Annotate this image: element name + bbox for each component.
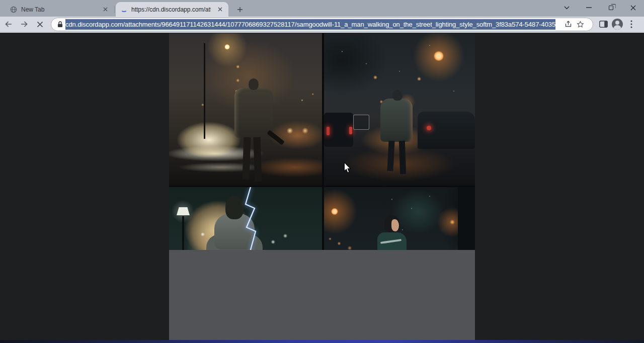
figure-face: [391, 219, 399, 231]
minimize-icon: [586, 7, 592, 8]
attachment-image-grid: [169, 33, 475, 340]
chevron-down-icon: [564, 6, 570, 10]
share-icon: [565, 21, 572, 28]
bookmark-star-button[interactable]: [574, 18, 586, 30]
figure-head: [249, 78, 259, 90]
restore-icon: [609, 6, 613, 10]
lamp-head: [177, 207, 190, 215]
tab-close-button[interactable]: [101, 6, 109, 14]
figure-torso: [380, 99, 413, 142]
arrow-left-icon: [5, 21, 13, 28]
close-icon: [218, 7, 222, 12]
cart-silhouette: [353, 115, 369, 130]
loading-arc-favicon-icon: [121, 7, 127, 12]
lightning-bolt: [238, 187, 267, 253]
avatar-icon: [612, 19, 623, 30]
browser-window: New Tab https://cdn.discordapp.com/atta: [0, 0, 644, 343]
share-button[interactable]: [562, 18, 574, 30]
telephone-pole: [204, 43, 205, 139]
page-content: [0, 33, 644, 340]
padlock-icon[interactable]: [57, 21, 63, 28]
close-icon: [103, 7, 108, 12]
toolbar-right-tools: [596, 17, 638, 31]
mouse-cursor: [344, 162, 352, 174]
parked-car-right: [418, 112, 475, 149]
figure-head: [392, 90, 403, 101]
minimize-button[interactable]: [578, 0, 600, 15]
close-window-button[interactable]: [622, 0, 644, 15]
arrow-right-icon: [20, 21, 28, 28]
tab-strip: New Tab https://cdn.discordapp.com/atta: [0, 0, 644, 17]
figure-leg: [399, 141, 406, 174]
kebab-icon: [630, 20, 632, 28]
tail-light: [427, 126, 431, 130]
star-icon: [577, 21, 584, 28]
figure-torso: [234, 88, 273, 138]
figure-leg: [253, 137, 262, 182]
tab-discord-cdn[interactable]: https://cdn.discordapp.com/atta: [116, 2, 228, 17]
url-text-container: cdn.discordapp.com/attachments/966491171…: [65, 19, 562, 30]
figure-leg: [387, 141, 394, 172]
grid-image-top-left: [169, 33, 322, 186]
tail-light: [349, 127, 352, 134]
close-icon: [630, 5, 636, 11]
side-panel-icon: [599, 21, 608, 28]
tab-divider: [114, 6, 115, 13]
menu-button[interactable]: [624, 17, 638, 31]
side-panel-button[interactable]: [596, 17, 610, 31]
restore-button[interactable]: [600, 0, 622, 15]
forward-button[interactable]: [17, 17, 31, 31]
tab-title: New Tab: [21, 6, 97, 13]
x-stop-icon: [37, 21, 43, 28]
tab-title: https://cdn.discordapp.com/atta: [131, 6, 211, 13]
new-tab-button[interactable]: [234, 4, 246, 15]
tail-light: [327, 127, 330, 135]
url-selected-text: cdn.discordapp.com/attachments/966491171…: [65, 19, 555, 30]
taskbar-edge-strip: [0, 340, 644, 343]
globe-icon: [10, 6, 17, 13]
window-controls: [555, 0, 644, 15]
plus-icon: [237, 7, 243, 13]
tab-search-button[interactable]: [555, 0, 578, 15]
address-bar[interactable]: cdn.discordapp.com/attachments/966491171…: [51, 18, 593, 31]
stop-button[interactable]: [33, 17, 47, 31]
tab-close-button[interactable]: [216, 6, 224, 14]
figure-leg: [243, 137, 251, 180]
tab-new-tab[interactable]: New Tab: [5, 2, 114, 17]
back-button[interactable]: [2, 17, 16, 31]
image-loading-placeholder: [169, 250, 475, 340]
profile-avatar-button[interactable]: [610, 17, 624, 31]
navigation-toolbar: cdn.discordapp.com/attachments/966491171…: [0, 17, 644, 32]
